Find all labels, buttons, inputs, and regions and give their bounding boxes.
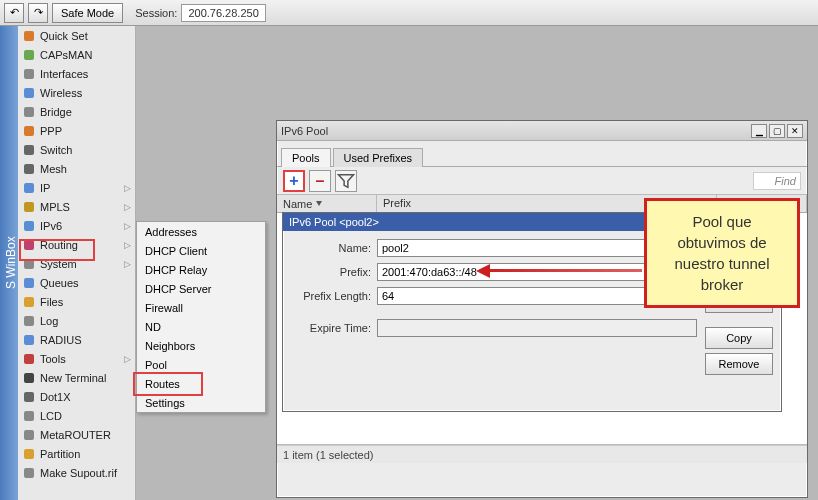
minimize-button[interactable]: ▁ <box>751 124 767 138</box>
submenu-item-dhcp-server[interactable]: DHCP Server <box>137 279 265 298</box>
submenu-indicator-icon: ▷ <box>124 183 131 193</box>
submenu-item-nd[interactable]: ND <box>137 317 265 336</box>
menu-label: Log <box>40 315 58 327</box>
svg-rect-23 <box>24 468 34 478</box>
menu-item-wireless[interactable]: Wireless <box>18 83 135 102</box>
menu-label: New Terminal <box>40 372 106 384</box>
menu-item-capsman[interactable]: CAPsMAN <box>18 45 135 64</box>
menu-icon <box>22 162 36 176</box>
submenu-item-dhcp-client[interactable]: DHCP Client <box>137 241 265 260</box>
menu-label: Make Supout.rif <box>40 467 117 479</box>
menu-item-quick-set[interactable]: Quick Set <box>18 26 135 45</box>
menu-label: Dot1X <box>40 391 71 403</box>
menu-item-mpls[interactable]: MPLS▷ <box>18 197 135 216</box>
add-button[interactable]: + <box>283 170 305 192</box>
menu-icon <box>22 352 36 366</box>
tab-pools[interactable]: Pools <box>281 148 331 167</box>
menu-item-make-supout-rif[interactable]: Make Supout.rif <box>18 463 135 482</box>
menu-item-tools[interactable]: Tools▷ <box>18 349 135 368</box>
ipv6-submenu: AddressesDHCP ClientDHCP RelayDHCP Serve… <box>136 221 266 413</box>
menu-icon <box>22 200 36 214</box>
top-toolbar: ↶ ↷ Safe Mode Session: 200.76.28.250 <box>0 0 818 26</box>
menu-item-ppp[interactable]: PPP <box>18 121 135 140</box>
left-rail: S WinBox <box>0 26 18 500</box>
menu-item-switch[interactable]: Switch <box>18 140 135 159</box>
svg-rect-8 <box>24 183 34 193</box>
prefix-length-label: Prefix Length: <box>291 290 371 302</box>
main-menu: Quick SetCAPsMANInterfacesWirelessBridge… <box>18 26 136 500</box>
menu-item-interfaces[interactable]: Interfaces <box>18 64 135 83</box>
submenu-item-pool[interactable]: Pool <box>137 355 265 374</box>
menu-item-new-terminal[interactable]: New Terminal <box>18 368 135 387</box>
submenu-item-neighbors[interactable]: Neighbors <box>137 336 265 355</box>
menu-label: Mesh <box>40 163 67 175</box>
svg-rect-11 <box>24 240 34 250</box>
menu-icon <box>22 295 36 309</box>
menu-label: RADIUS <box>40 334 82 346</box>
menu-item-ipv6[interactable]: IPv6▷ <box>18 216 135 235</box>
svg-rect-16 <box>24 335 34 345</box>
find-input[interactable]: Find <box>753 172 801 190</box>
menu-icon <box>22 466 36 480</box>
window-title: IPv6 Pool <box>281 125 749 137</box>
menu-label: Quick Set <box>40 30 88 42</box>
menu-item-mesh[interactable]: Mesh <box>18 159 135 178</box>
session-value: 200.76.28.250 <box>181 4 265 22</box>
menu-icon <box>22 105 36 119</box>
menu-item-dot1x[interactable]: Dot1X <box>18 387 135 406</box>
menu-label: MPLS <box>40 201 70 213</box>
name-label: Name: <box>291 242 371 254</box>
menu-item-queues[interactable]: Queues <box>18 273 135 292</box>
submenu-indicator-icon: ▷ <box>124 240 131 250</box>
menu-item-routing[interactable]: Routing▷ <box>18 235 135 254</box>
menu-label: PPP <box>40 125 62 137</box>
menu-icon <box>22 238 36 252</box>
menu-item-metarouter[interactable]: MetaROUTER <box>18 425 135 444</box>
svg-rect-1 <box>24 50 34 60</box>
menu-icon <box>22 181 36 195</box>
safe-mode-button[interactable]: Safe Mode <box>52 3 123 23</box>
menu-item-radius[interactable]: RADIUS <box>18 330 135 349</box>
tab-used-prefixes[interactable]: Used Prefixes <box>333 148 423 167</box>
menu-icon <box>22 257 36 271</box>
svg-rect-9 <box>24 202 34 212</box>
menu-item-bridge[interactable]: Bridge <box>18 102 135 121</box>
menu-icon <box>22 67 36 81</box>
svg-rect-0 <box>24 31 34 41</box>
submenu-item-dhcp-relay[interactable]: DHCP Relay <box>137 260 265 279</box>
tabs: Pools Used Prefixes <box>277 143 807 167</box>
copy-button[interactable]: Copy <box>705 327 773 349</box>
filter-button[interactable] <box>335 170 357 192</box>
maximize-button[interactable]: ▢ <box>769 124 785 138</box>
session-label: Session: <box>135 7 177 19</box>
submenu-item-addresses[interactable]: Addresses <box>137 222 265 241</box>
close-button[interactable]: ✕ <box>787 124 803 138</box>
svg-rect-6 <box>24 145 34 155</box>
submenu-item-settings[interactable]: Settings <box>137 393 265 412</box>
menu-item-lcd[interactable]: LCD <box>18 406 135 425</box>
funnel-icon <box>336 171 356 191</box>
menu-item-log[interactable]: Log <box>18 311 135 330</box>
submenu-item-routes[interactable]: Routes <box>137 374 265 393</box>
menu-label: Partition <box>40 448 80 460</box>
submenu-item-firewall[interactable]: Firewall <box>137 298 265 317</box>
menu-item-partition[interactable]: Partition <box>18 444 135 463</box>
menu-item-ip[interactable]: IP▷ <box>18 178 135 197</box>
menu-item-files[interactable]: Files <box>18 292 135 311</box>
menu-icon <box>22 276 36 290</box>
annotation-note: Pool que obtuvimos de nuestro tunnel bro… <box>644 198 800 308</box>
menu-label: Bridge <box>40 106 72 118</box>
menu-item-system[interactable]: System▷ <box>18 254 135 273</box>
menu-label: System <box>40 258 77 270</box>
submenu-indicator-icon: ▷ <box>124 259 131 269</box>
menu-icon <box>22 371 36 385</box>
menu-icon <box>22 447 36 461</box>
svg-rect-17 <box>24 354 34 364</box>
col-name[interactable]: Name <box>277 195 377 212</box>
remove-dialog-button[interactable]: Remove <box>705 353 773 375</box>
remove-button[interactable]: – <box>309 170 331 192</box>
undo-button[interactable]: ↶ <box>4 3 24 23</box>
redo-button[interactable]: ↷ <box>28 3 48 23</box>
window-titlebar: IPv6 Pool ▁ ▢ ✕ <box>277 121 807 141</box>
menu-icon <box>22 333 36 347</box>
